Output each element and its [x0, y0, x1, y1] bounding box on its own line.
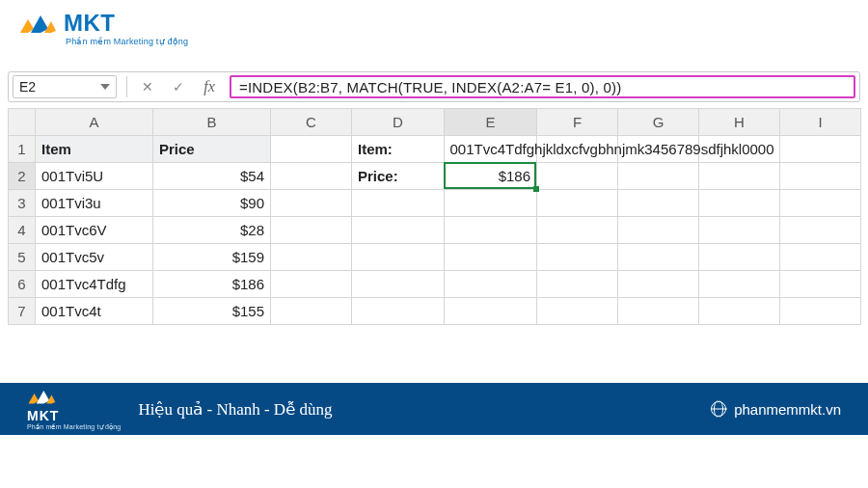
col-header[interactable]: A [36, 109, 153, 136]
col-header[interactable]: G [618, 109, 699, 136]
cell[interactable] [537, 217, 618, 244]
cell[interactable] [537, 136, 618, 163]
cell[interactable] [699, 163, 780, 190]
cell[interactable] [271, 298, 352, 325]
col-header[interactable]: C [271, 109, 352, 136]
footer-link[interactable]: phanmemmkt.vn [711, 401, 841, 418]
cell[interactable] [618, 244, 699, 271]
footer-logo: MKT Phần mềm Marketing tự động [27, 388, 121, 431]
cell[interactable]: 001Tvc4t [36, 298, 153, 325]
cell[interactable] [445, 298, 537, 325]
col-header[interactable]: F [537, 109, 618, 136]
cell[interactable] [618, 271, 699, 298]
cell[interactable] [618, 298, 699, 325]
cell[interactable] [699, 136, 780, 163]
spreadsheet-grid[interactable]: A B C D E F G H I 1 Item Price Item: [0, 108, 868, 325]
cell[interactable] [618, 190, 699, 217]
cell[interactable] [699, 271, 780, 298]
chevron-down-icon[interactable] [100, 84, 110, 90]
col-header[interactable]: B [153, 109, 271, 136]
cell[interactable]: 001Tvc6V [36, 217, 153, 244]
cell[interactable]: 001Tvc4Tdfg [36, 271, 153, 298]
cell[interactable] [271, 163, 352, 190]
row-header[interactable]: 2 [9, 163, 36, 190]
enter-icon[interactable]: ✓ [168, 76, 189, 97]
app-logo: MKT Phần mềm Marketing tự động [0, 0, 868, 50]
name-box[interactable]: E2 [13, 75, 117, 98]
cell[interactable] [352, 271, 445, 298]
cell[interactable] [445, 271, 537, 298]
cancel-icon[interactable]: ✕ [137, 76, 158, 97]
cell[interactable] [780, 271, 861, 298]
row: 5 001Tvc5v $159 [9, 244, 861, 271]
row-header[interactable]: 4 [9, 217, 36, 244]
cell[interactable] [352, 244, 445, 271]
cell[interactable] [780, 136, 861, 163]
cell[interactable]: Price [153, 136, 271, 163]
cell[interactable] [699, 244, 780, 271]
cell[interactable]: $90 [153, 190, 271, 217]
cell[interactable] [780, 298, 861, 325]
cell[interactable] [618, 136, 699, 163]
logo-icon [27, 392, 56, 408]
cell[interactable] [699, 217, 780, 244]
cell[interactable] [271, 244, 352, 271]
col-header[interactable]: E [445, 109, 537, 136]
cell[interactable] [537, 271, 618, 298]
cell[interactable]: $159 [153, 244, 271, 271]
cell[interactable] [780, 244, 861, 271]
cell[interactable]: Item [36, 136, 153, 163]
cell[interactable] [780, 163, 861, 190]
cell[interactable] [699, 190, 780, 217]
cell[interactable] [537, 298, 618, 325]
row-header[interactable]: 7 [9, 298, 36, 325]
cell[interactable]: 001Tvi3u [36, 190, 153, 217]
cell[interactable] [618, 163, 699, 190]
cell[interactable]: 001Tvi5U [36, 163, 153, 190]
cell[interactable] [352, 190, 445, 217]
row-header[interactable]: 1 [9, 136, 36, 163]
cell[interactable]: $28 [153, 217, 271, 244]
cell[interactable] [271, 190, 352, 217]
logo-tagline: Phần mềm Marketing tự động [66, 37, 868, 46]
row: 7 001Tvc4t $155 [9, 298, 861, 325]
cell-reference: E2 [19, 79, 36, 95]
cell[interactable] [271, 136, 352, 163]
formula-text: =INDEX(B2:B7, MATCH(TRUE, INDEX(A2:A7= E… [239, 79, 621, 95]
col-header[interactable]: I [780, 109, 861, 136]
cell[interactable] [618, 217, 699, 244]
select-all-cell[interactable] [9, 109, 36, 136]
cell[interactable]: Price: [352, 163, 445, 190]
col-header[interactable]: D [352, 109, 445, 136]
cell[interactable]: $186 [153, 271, 271, 298]
cell[interactable]: Item: [352, 136, 445, 163]
cell[interactable] [537, 163, 618, 190]
cell[interactable] [445, 136, 537, 163]
row-header[interactable]: 3 [9, 190, 36, 217]
cell[interactable] [699, 298, 780, 325]
cell[interactable]: 001Tvc5v [36, 244, 153, 271]
cell[interactable] [271, 217, 352, 244]
cell[interactable]: $54 [153, 163, 271, 190]
cell[interactable] [780, 190, 861, 217]
cell-selected[interactable]: $186 [445, 163, 537, 190]
formula-input[interactable]: =INDEX(B2:B7, MATCH(TRUE, INDEX(A2:A7= E… [230, 75, 855, 98]
row: 1 Item Price Item: [9, 136, 861, 163]
cell[interactable] [445, 217, 537, 244]
fill-handle[interactable] [533, 186, 539, 192]
row-header[interactable]: 5 [9, 244, 36, 271]
cell[interactable] [352, 298, 445, 325]
cell[interactable] [271, 271, 352, 298]
globe-icon [711, 401, 726, 417]
col-header[interactable]: H [699, 109, 780, 136]
cell[interactable] [537, 190, 618, 217]
cell[interactable]: $155 [153, 298, 271, 325]
cell[interactable] [780, 217, 861, 244]
cell[interactable] [352, 217, 445, 244]
row-header[interactable]: 6 [9, 271, 36, 298]
cell[interactable] [445, 190, 537, 217]
footer-logo-tagline: Phần mềm Marketing tự động [27, 423, 121, 431]
cell[interactable] [445, 244, 537, 271]
cell[interactable] [537, 244, 618, 271]
fx-icon[interactable]: fx [199, 76, 220, 97]
